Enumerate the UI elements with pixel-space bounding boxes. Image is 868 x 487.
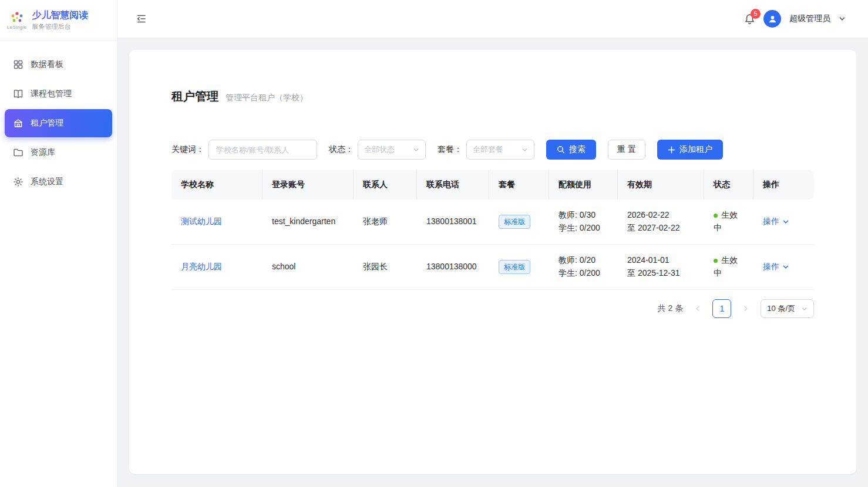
sidebar-item-label: 资源库 bbox=[31, 147, 55, 158]
column-header-status: 状态 bbox=[704, 170, 753, 199]
avatar[interactable] bbox=[763, 10, 781, 28]
chevron-down-icon bbox=[801, 306, 808, 312]
prev-page-button[interactable] bbox=[689, 299, 706, 318]
column-header-phone: 联系电话 bbox=[417, 170, 489, 199]
content-area: 租户管理 管理平台租户（学校） 关键词： 状态： 全部状态 bbox=[117, 38, 868, 487]
chevron-down-icon bbox=[839, 15, 846, 22]
sidebar-item-course-packages[interactable]: 课程包管理 bbox=[5, 80, 112, 108]
sidebar-menu: 数据看板 课程包管理 租户管理 bbox=[0, 41, 117, 205]
sidebar-collapse-button[interactable] bbox=[136, 13, 147, 24]
notification-badge: 5 bbox=[751, 9, 761, 19]
row-actions-label: 操作 bbox=[763, 261, 779, 273]
account-cell: school bbox=[263, 245, 354, 290]
brand-title: 少儿智慧阅读 bbox=[32, 9, 89, 21]
next-page-button[interactable] bbox=[737, 299, 755, 318]
contact-cell: 张老师 bbox=[354, 199, 417, 245]
chevron-down-icon bbox=[413, 147, 419, 153]
search-icon bbox=[557, 146, 565, 154]
phone-cell: 13800138001 bbox=[417, 199, 489, 245]
chevron-right-icon bbox=[742, 305, 749, 312]
menu-fold-icon bbox=[136, 13, 147, 24]
gear-icon bbox=[13, 177, 23, 187]
sidebar-item-settings[interactable]: 系统设置 bbox=[5, 168, 112, 196]
add-tenant-button-label: 添加租户 bbox=[679, 144, 712, 155]
brand: LeSingle 少儿智慧阅读 服务管理后台 bbox=[0, 0, 117, 41]
page-size-select[interactable]: 10 条/页 bbox=[761, 299, 814, 318]
valid-from: 2024-01-01 bbox=[627, 254, 695, 267]
sidebar-item-dashboard[interactable]: 数据看板 bbox=[5, 50, 112, 79]
main-column: 5 超级管理员 租户管理 管理平台租户（学校） bbox=[117, 0, 868, 487]
column-header-contact: 联系人 bbox=[354, 170, 417, 199]
column-header-quota: 配额使用 bbox=[549, 170, 618, 199]
column-header-validity: 有效期 bbox=[618, 170, 704, 199]
book-icon bbox=[13, 89, 23, 99]
brand-logo-text: LeSingle bbox=[7, 25, 27, 30]
user-menu-button[interactable] bbox=[839, 15, 846, 22]
plan-select[interactable]: 全部套餐 bbox=[466, 140, 534, 160]
tenant-icon bbox=[13, 118, 23, 128]
status-dot-icon bbox=[714, 259, 718, 263]
quota-student: 学生: 0/200 bbox=[559, 267, 608, 280]
add-tenant-button[interactable]: 添加租户 bbox=[657, 140, 723, 160]
page-number-button[interactable]: 1 bbox=[712, 299, 731, 318]
user-name: 超级管理员 bbox=[789, 13, 830, 24]
brand-text: 少儿智慧阅读 服务管理后台 bbox=[32, 9, 89, 31]
user-icon bbox=[768, 14, 778, 24]
page-subtitle: 管理平台租户（学校） bbox=[226, 93, 308, 103]
reset-button[interactable]: 重 置 bbox=[608, 140, 645, 160]
page-size-value: 10 条/页 bbox=[767, 303, 795, 314]
status-select[interactable]: 全部状态 bbox=[358, 140, 426, 160]
keyword-input[interactable] bbox=[208, 140, 317, 160]
column-header-actions: 操作 bbox=[753, 170, 814, 199]
pagination: 共 2 条 1 10 条/页 bbox=[171, 299, 814, 318]
school-name-link[interactable]: 测试幼儿园 bbox=[181, 217, 222, 226]
status-dot-icon bbox=[714, 214, 718, 218]
filter-bar: 关键词： 状态： 全部状态 套餐： 全部套餐 bbox=[171, 140, 814, 160]
row-actions-dropdown[interactable]: 操作 bbox=[763, 215, 805, 228]
valid-to: 至 2025-12-31 bbox=[627, 267, 695, 280]
quota-cell: 教师: 0/30 学生: 0/200 bbox=[549, 199, 618, 245]
row-actions-dropdown[interactable]: 操作 bbox=[763, 261, 805, 273]
quota-student: 学生: 0/200 bbox=[559, 222, 608, 235]
table-row: 测试幼儿园 test_kindergarten 张老师 13800138001 … bbox=[171, 199, 814, 245]
status-badge: 生效中 bbox=[714, 255, 738, 278]
brand-logo: LeSingle bbox=[7, 11, 27, 30]
sidebar-item-tenants[interactable]: 租户管理 bbox=[5, 109, 112, 137]
search-button-label: 搜索 bbox=[569, 144, 586, 155]
quota-cell: 教师: 0/20 学生: 0/200 bbox=[549, 245, 618, 290]
column-header-school: 学校名称 bbox=[171, 170, 263, 199]
sidebar-item-label: 课程包管理 bbox=[31, 89, 72, 99]
plan-select-value: 全部套餐 bbox=[473, 144, 503, 155]
account-cell: test_kindergarten bbox=[263, 199, 354, 245]
contact-cell: 张园长 bbox=[354, 245, 417, 290]
phone-cell: 13800138000 bbox=[417, 245, 489, 290]
status-filter: 状态： 全部状态 bbox=[329, 140, 426, 160]
notifications-button[interactable]: 5 bbox=[744, 13, 755, 25]
top-header: 5 超级管理员 bbox=[117, 0, 868, 38]
header-right: 5 超级管理员 bbox=[744, 10, 846, 28]
status-badge: 生效中 bbox=[714, 210, 738, 232]
validity-cell: 2024-01-01 至 2025-12-31 bbox=[618, 245, 704, 290]
status-cell: 生效中 bbox=[704, 245, 753, 290]
page-title: 租户管理 bbox=[171, 89, 218, 104]
search-button[interactable]: 搜索 bbox=[546, 140, 596, 160]
school-name-link[interactable]: 月亮幼儿园 bbox=[181, 262, 222, 271]
valid-to: 至 2027-02-22 bbox=[627, 222, 695, 235]
status-select-value: 全部状态 bbox=[364, 144, 395, 155]
quota-teacher: 教师: 0/20 bbox=[559, 254, 608, 267]
keyword-filter: 关键词： bbox=[171, 140, 317, 160]
column-header-plan: 套餐 bbox=[489, 170, 549, 199]
page-head: 租户管理 管理平台租户（学校） bbox=[171, 89, 814, 104]
status-cell: 生效中 bbox=[704, 199, 753, 245]
folder-icon bbox=[13, 147, 23, 158]
tenant-management-card: 租户管理 管理平台租户（学校） 关键词： 状态： 全部状态 bbox=[129, 50, 856, 474]
logo-sparkle-icon bbox=[9, 11, 25, 24]
table-row: 月亮幼儿园 school 张园长 13800138000 标准版 教师: 0/2… bbox=[171, 245, 814, 290]
chevron-down-icon bbox=[782, 218, 789, 225]
sidebar-item-resources[interactable]: 资源库 bbox=[5, 138, 112, 167]
keyword-label: 关键词： bbox=[171, 144, 204, 155]
reset-button-label: 重 置 bbox=[617, 144, 636, 155]
tenant-table: 学校名称 登录账号 联系人 联系电话 套餐 配额使用 有效期 状态 操作 测试幼… bbox=[171, 170, 814, 290]
table-header-row: 学校名称 登录账号 联系人 联系电话 套餐 配额使用 有效期 状态 操作 bbox=[171, 170, 814, 199]
validity-cell: 2026-02-22 至 2027-02-22 bbox=[618, 199, 704, 245]
